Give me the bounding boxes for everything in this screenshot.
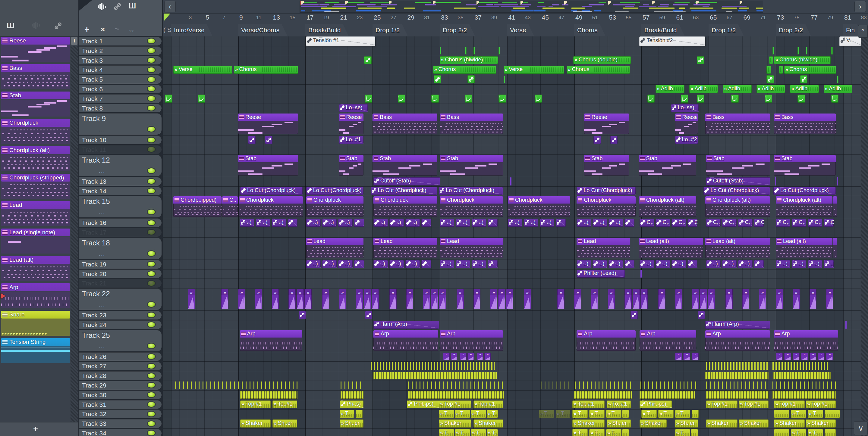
arp-audio-clip[interactable]: »: [675, 289, 682, 309]
pattern-clip-lead-alt-[interactable]: Lead (alt): [776, 238, 832, 258]
pattern-clip-c-[interactable]: C..: [222, 196, 238, 217]
pattern-solo-button[interactable]: I: [71, 37, 78, 45]
arp-audio-clip[interactable]: »: [339, 289, 346, 309]
audio-clip-yellow[interactable]: [774, 410, 789, 418]
automation-clip-lo-cut-chordpluck-[interactable]: Lo Cut (Chordpluck): [439, 187, 503, 195]
arp-audio-clip-small[interactable]: »: [809, 353, 816, 361]
automation-clip--[interactable]: ..): [672, 260, 686, 268]
automation-clip-lo-se-[interactable]: Lo..se): [339, 104, 368, 112]
arp-audio-clip[interactable]: »: [372, 289, 379, 309]
pattern-clip-arp[interactable]: Arp: [774, 330, 838, 351]
pattern-clip-chordpluck[interactable]: Chordpluck: [306, 196, 364, 217]
track-header-17[interactable]: Track 17: [79, 228, 161, 237]
audio-clip-t-[interactable]: »T..: [439, 429, 454, 436]
arp-audio-clip-small[interactable]: »: [784, 353, 791, 361]
track-header-27[interactable]: Track 27: [79, 362, 161, 370]
automation-clip-c-[interactable]: C..: [722, 219, 737, 227]
automation-clip-green[interactable]: [697, 56, 704, 64]
audio-sliver-green[interactable]: [504, 75, 505, 83]
track-header-11[interactable]: Track 11: [79, 145, 161, 154]
pattern-clip-stab[interactable]: Stab: [373, 155, 437, 175]
automation-clip-lo-cut-chordpluck-[interactable]: Lo Cut (Chordpluck): [371, 187, 437, 195]
pattern-list-scrollbar[interactable]: [70, 46, 78, 422]
audio-clip-top-#1[interactable]: »Top #1: [806, 400, 835, 409]
arp-audio-clip[interactable]: »: [272, 289, 279, 309]
audio-clip-t-[interactable]: »T..: [791, 410, 806, 418]
automation-clip-green[interactable]: [535, 95, 542, 103]
audio-clip-t-[interactable]: »T..: [791, 429, 806, 436]
track-mute-led[interactable]: [148, 38, 155, 43]
playlist-lane-track-32[interactable]: [163, 409, 861, 419]
automation-clip--[interactable]: ..): [240, 219, 254, 227]
automation-clip--[interactable]: ..): [508, 219, 522, 227]
arp-audio-clip[interactable]: »: [776, 289, 783, 309]
automation-clip--[interactable]: ..): [440, 260, 454, 268]
track-mute-led[interactable]: [148, 373, 155, 378]
scroll-right-button[interactable]: ›: [855, 1, 866, 12]
arp-audio-clip[interactable]: »: [297, 289, 304, 309]
automation-clip-green[interactable]: [465, 95, 472, 103]
pattern-clip-stab[interactable]: Stab: [238, 155, 298, 175]
track-header-21[interactable]: Track 21: [79, 279, 161, 288]
arp-audio-clip-small[interactable]: »: [826, 353, 833, 361]
pattern-clip-chordp-ipped-[interactable]: Chordp..ipped): [173, 196, 221, 217]
automation-sliver[interactable]: [845, 321, 846, 329]
automation-clip-auto[interactable]: [354, 219, 364, 227]
automation-clip-c-[interactable]: C..: [672, 219, 686, 227]
arrangement-overview[interactable]: [300, 1, 763, 12]
track-header-16[interactable]: Track 16: [79, 218, 161, 227]
track-header-8[interactable]: Track 8: [79, 104, 161, 112]
playlist-lane-track-34[interactable]: [163, 429, 861, 436]
pattern-clip-lead-alt-[interactable]: Lead (alt): [705, 238, 770, 258]
automation-clip-c-[interactable]: C..: [687, 219, 698, 227]
audio-sliver-green[interactable]: [465, 47, 467, 55]
automation-tracks-icon[interactable]: [115, 4, 121, 10]
automation-clip--[interactable]: ..): [592, 219, 607, 227]
arp-audio-clip-small[interactable]: »: [460, 353, 467, 361]
track-mute-led[interactable]: [148, 431, 155, 435]
automation-clip-green[interactable]: [434, 75, 441, 83]
tension-tab-tension-#1[interactable]: Tension #1: [306, 37, 375, 46]
automation-clip--[interactable]: ..): [322, 219, 337, 227]
audio-clip-chorus-hiwide-[interactable]: »Chorus (hiwide): [440, 56, 498, 64]
track-header-24[interactable]: Track 24: [79, 321, 161, 329]
playlist-lane-track-3[interactable]: [163, 56, 861, 66]
automation-clip-green[interactable]: [681, 95, 688, 103]
audio-clip-adlib[interactable]: »Adlib: [790, 85, 819, 93]
pattern-clip-reese[interactable]: Reese: [339, 113, 364, 134]
audio-clip-t-[interactable]: »T..: [589, 410, 604, 418]
arp-audio-clip-small[interactable]: »: [793, 353, 800, 361]
audio-clip-top-#1[interactable]: »Top #1: [473, 400, 503, 409]
automation-clip--[interactable]: ..): [792, 260, 806, 268]
playlist-lane-track-23[interactable]: [163, 310, 861, 321]
automation-clip-c-[interactable]: C..: [738, 219, 752, 227]
audio-clip-top-#1[interactable]: »Top #1: [240, 400, 271, 409]
automation-clip--[interactable]: ..): [272, 219, 286, 227]
automation-clip-green[interactable]: [831, 95, 838, 103]
automation-clip-lo-#2[interactable]: Lo..#2: [675, 136, 698, 144]
automation-sliver[interactable]: [641, 270, 642, 278]
audio-clip-t-[interactable]: »T..: [572, 429, 588, 436]
automation-clip-c-[interactable]: C..: [706, 219, 721, 227]
automation-clip-auto[interactable]: [687, 260, 698, 268]
arp-audio-clip[interactable]: »: [632, 289, 640, 309]
track-mute-led[interactable]: [148, 383, 155, 388]
arp-audio-clip-small[interactable]: »: [801, 353, 808, 361]
automation-clip--[interactable]: ..): [524, 219, 538, 227]
pattern-item-stab[interactable]: Stab: [1, 92, 70, 117]
percussion-comb-clip[interactable]: [772, 362, 830, 370]
track-header-31[interactable]: Track 31: [79, 400, 161, 409]
track-mute-led[interactable]: [148, 302, 155, 307]
track-header-4[interactable]: Track 4: [79, 65, 161, 74]
automation-clip--[interactable]: ..): [776, 260, 790, 268]
audio-clip-chorus[interactable]: »Chorus: [567, 66, 630, 74]
pattern-clip-lead[interactable]: Lead: [306, 238, 364, 258]
track-mute-led[interactable]: [148, 127, 155, 132]
track-mute-led[interactable]: [148, 392, 155, 397]
percussion-comb-clip[interactable]: [341, 381, 364, 389]
arp-audio-clip-small[interactable]: »: [451, 353, 457, 361]
pattern-clip-arp[interactable]: Arp: [373, 330, 438, 351]
automation-clip-small[interactable]: [299, 311, 306, 319]
pattern-clip-chordpluck[interactable]: Chordpluck: [440, 196, 503, 217]
track-mute-led[interactable]: [148, 281, 155, 286]
